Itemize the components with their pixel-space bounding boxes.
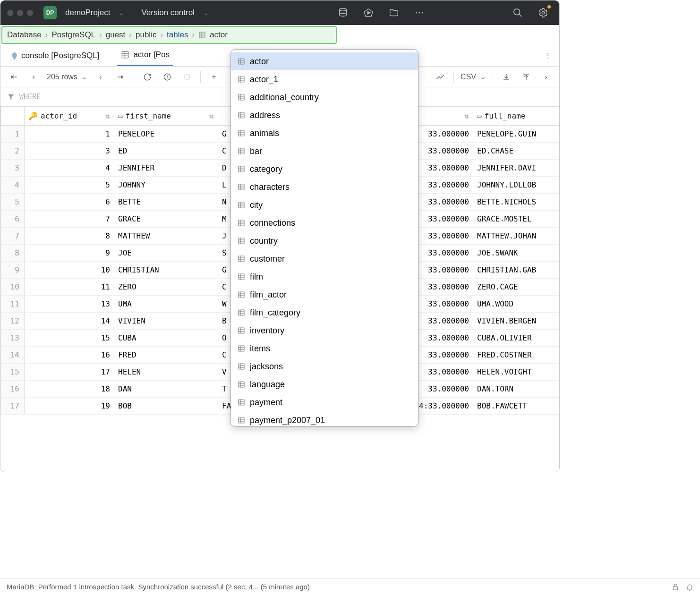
prev-page-icon[interactable]: ‹ [27, 70, 40, 84]
cell-full-name[interactable]: UMA.WOOD [473, 296, 559, 313]
cell-full-name[interactable]: BETTE.NICHOLS [473, 194, 559, 211]
cell-full-name[interactable]: CHRISTIAN.GAB [473, 262, 559, 279]
dropdown-item[interactable]: jacksons [231, 357, 418, 375]
project-name[interactable]: demoProject [65, 8, 110, 17]
rows-count[interactable]: 205 rows⌄ [47, 72, 87, 81]
search-icon[interactable] [508, 3, 527, 22]
cell-full-name[interactable]: PENELOPE.GUIN [473, 126, 559, 143]
cell-actor-id[interactable]: 8 [25, 228, 114, 245]
cell-actor-id[interactable]: 7 [25, 211, 114, 228]
cell-full-name[interactable]: MATTHEW.JOHAN [473, 228, 559, 245]
breadcrumb-item[interactable]: actor [210, 30, 228, 40]
dropdown-item[interactable]: additional_country [231, 88, 418, 106]
breadcrumb-item[interactable]: Database [7, 30, 42, 40]
cell-full-name[interactable]: FRED.COSTNER [473, 347, 559, 364]
cell-actor-id[interactable]: 9 [25, 245, 114, 262]
cell-full-name[interactable]: ED.CHASE [473, 143, 559, 160]
cell-actor-id[interactable]: 16 [25, 347, 114, 364]
dropdown-item[interactable]: country [231, 232, 418, 250]
database-icon[interactable] [333, 3, 352, 22]
dropdown-item[interactable]: language [231, 375, 418, 393]
cell-first-name[interactable]: FRED [114, 347, 218, 364]
add-row-icon[interactable]: + [207, 70, 221, 84]
cell-first-name[interactable]: PENELOPE [114, 126, 218, 143]
breadcrumb-item[interactable]: PostgreSQL [51, 30, 95, 40]
more-icon[interactable] [410, 3, 429, 22]
cell-full-name[interactable]: HELEN.VOIGHT [473, 364, 559, 381]
cell-actor-id[interactable]: 6 [25, 194, 114, 211]
refresh-icon[interactable] [141, 70, 154, 84]
cell-full-name[interactable]: ZERO.CAGE [473, 279, 559, 296]
cell-actor-id[interactable]: 5 [25, 177, 114, 194]
cell-full-name[interactable]: DAN.TORN [473, 381, 559, 398]
cell-first-name[interactable]: GRACE [114, 211, 218, 228]
cell-first-name[interactable]: ZERO [114, 279, 218, 296]
dropdown-item[interactable]: film_actor [231, 286, 418, 304]
cell-full-name[interactable]: BOB.FAWCETT [473, 398, 559, 415]
cell-full-name[interactable]: JOHNNY.LOLLOB [473, 177, 559, 194]
dropdown-item[interactable]: actor_1 [231, 70, 418, 88]
cell-first-name[interactable]: BETTE [114, 194, 218, 211]
dropdown-item[interactable]: customer [231, 250, 418, 268]
cell-first-name[interactable]: ED [114, 143, 218, 160]
cell-first-name[interactable]: JOHNNY [114, 177, 218, 194]
cell-actor-id[interactable]: 18 [25, 381, 114, 398]
chart-icon[interactable] [434, 70, 447, 84]
dropdown-item[interactable]: payment_p2007_01 [231, 411, 418, 427]
column-header-first-name[interactable]: ▭first_name⇅ [114, 107, 218, 126]
column-header-full-name[interactable]: ▭full_name [473, 107, 559, 126]
first-page-icon[interactable]: ⇤ [7, 70, 20, 84]
upload-icon[interactable] [520, 70, 533, 84]
dropdown-item[interactable]: connections [231, 214, 418, 232]
cell-first-name[interactable]: UMA [114, 296, 218, 313]
last-page-icon[interactable]: ⇥ [114, 70, 127, 84]
breadcrumb-item[interactable]: guest [106, 30, 126, 40]
cell-first-name[interactable]: CUBA [114, 330, 218, 347]
settings-icon[interactable] [534, 3, 553, 22]
cell-full-name[interactable]: GRACE.MOSTEL [473, 211, 559, 228]
expand-icon[interactable]: › [539, 70, 553, 84]
cell-full-name[interactable]: CUBA.OLIVIER [473, 330, 559, 347]
history-icon[interactable] [161, 70, 174, 84]
cell-actor-id[interactable]: 19 [25, 398, 114, 415]
version-control-menu[interactable]: Version control [141, 8, 194, 17]
minimize-dot[interactable] [17, 10, 23, 16]
close-dot[interactable] [7, 10, 13, 16]
cell-first-name[interactable]: DAN [114, 381, 218, 398]
cell-full-name[interactable]: JOE.SWANK [473, 245, 559, 262]
export-format-button[interactable]: CSV⌄ [461, 72, 486, 81]
breadcrumb-item[interactable]: public [136, 30, 156, 40]
cell-first-name[interactable]: HELEN [114, 364, 218, 381]
next-page-icon[interactable]: › [94, 70, 107, 84]
cell-first-name[interactable]: VIVIEN [114, 313, 218, 330]
maximize-dot[interactable] [27, 10, 33, 16]
cell-first-name[interactable]: BOB [114, 398, 218, 415]
breadcrumb-item[interactable]: tables [167, 30, 188, 40]
dropdown-item[interactable]: address [231, 106, 418, 124]
dropdown-item[interactable]: payment [231, 393, 418, 411]
cell-actor-id[interactable]: 14 [25, 313, 114, 330]
cell-first-name[interactable]: JENNIFER [114, 160, 218, 177]
cell-actor-id[interactable]: 13 [25, 296, 114, 313]
dropdown-item[interactable]: film [231, 268, 418, 286]
dropdown-item[interactable]: actor [231, 52, 418, 70]
dropdown-item[interactable]: bar [231, 142, 418, 160]
cell-first-name[interactable]: MATTHEW [114, 228, 218, 245]
dropdown-item[interactable]: film_category [231, 304, 418, 322]
folder-icon[interactable] [384, 3, 403, 22]
cell-actor-id[interactable]: 17 [25, 364, 114, 381]
download-icon[interactable] [500, 70, 513, 84]
cell-actor-id[interactable]: 4 [25, 160, 114, 177]
cell-actor-id[interactable]: 11 [25, 279, 114, 296]
column-header-actor-id[interactable]: 🔑actor_id⇅ [25, 107, 114, 126]
stop-icon[interactable] [180, 70, 194, 84]
cell-actor-id[interactable]: 10 [25, 262, 114, 279]
tab-menu-icon[interactable]: ⋮ [541, 49, 555, 62]
run-icon[interactable] [359, 3, 378, 22]
cell-actor-id[interactable]: 15 [25, 330, 114, 347]
tab-actor[interactable]: actor [Pos [117, 45, 173, 66]
dropdown-item[interactable]: category [231, 160, 418, 178]
cell-first-name[interactable]: CHRISTIAN [114, 262, 218, 279]
dropdown-item[interactable]: animals [231, 124, 418, 142]
cell-actor-id[interactable]: 1 [25, 126, 114, 143]
